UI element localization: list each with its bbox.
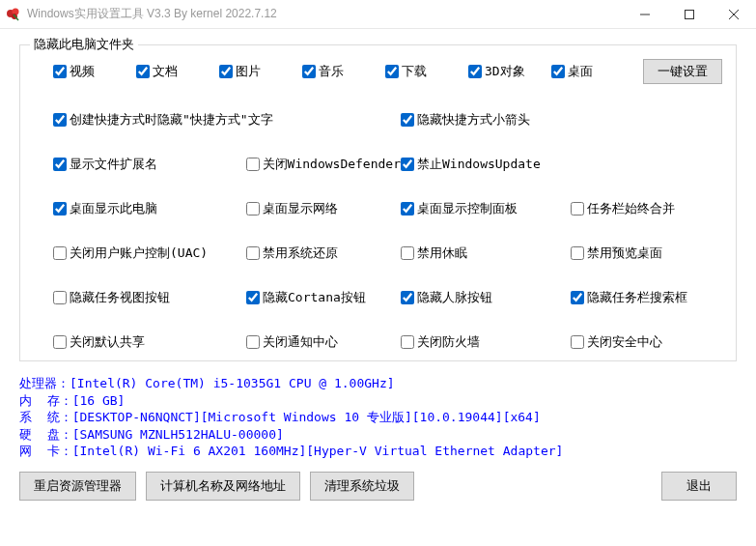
- option-checkbox[interactable]: 禁用休眠: [401, 244, 571, 262]
- option-checkbox[interactable]: 隐藏人脉按钮: [401, 289, 571, 306]
- maximize-button[interactable]: [667, 0, 712, 29]
- exit-button[interactable]: 退出: [661, 472, 737, 501]
- checkbox-input[interactable]: [246, 202, 260, 216]
- checkbox-input[interactable]: [246, 158, 260, 171]
- window-title: Windows实用设置工具 V3.3 By kernel 2022.7.12: [27, 6, 623, 22]
- checkbox-input[interactable]: [53, 291, 67, 304]
- checkbox-label: 创建快捷方式时隐藏"快捷方式"文字: [70, 111, 273, 129]
- checkbox-input[interactable]: [53, 158, 67, 171]
- option-checkbox[interactable]: 桌面显示网络: [246, 200, 401, 217]
- checkbox-label: 关闭防火墙: [417, 333, 480, 351]
- folder-checkbox[interactable]: 下载: [385, 63, 468, 80]
- option-checkbox[interactable]: 隐藏任务视图按钮: [53, 289, 246, 306]
- checkbox-label: 文档: [153, 63, 178, 80]
- minimize-button[interactable]: [623, 0, 667, 29]
- checkbox-input[interactable]: [551, 65, 565, 78]
- folder-checkbox[interactable]: 桌面: [551, 63, 634, 80]
- option-checkbox[interactable]: 隐藏任务栏搜索框: [571, 289, 725, 306]
- window-controls: [623, 0, 756, 28]
- option-checkbox[interactable]: 禁用预览桌面: [571, 244, 725, 262]
- checkbox-label: 关闭WindowsDefender: [263, 156, 401, 173]
- checkbox-input[interactable]: [401, 291, 414, 304]
- checkbox-label: 桌面显示此电脑: [70, 200, 157, 217]
- checkbox-input[interactable]: [401, 335, 414, 349]
- checkbox-input[interactable]: [468, 65, 482, 78]
- checkbox-input[interactable]: [571, 335, 584, 349]
- checkbox-label: 桌面显示网络: [263, 200, 338, 217]
- checkbox-label: 隐藏快捷方式小箭头: [417, 111, 530, 129]
- options-grid: 创建快捷方式时隐藏"快捷方式"文字隐藏快捷方式小箭头显示文件扩展名关闭Windo…: [53, 111, 722, 351]
- checkbox-input[interactable]: [53, 113, 67, 127]
- checkbox-label: 关闭安全中心: [587, 333, 662, 351]
- option-checkbox[interactable]: 桌面显示控制面板: [401, 200, 571, 217]
- checkbox-label: 图片: [236, 63, 261, 80]
- option-checkbox[interactable]: 禁用系统还原: [246, 244, 401, 262]
- checkbox-input[interactable]: [571, 202, 584, 216]
- option-checkbox[interactable]: 隐藏Cortana按钮: [246, 289, 401, 306]
- bottom-button-bar: 重启资源管理器 计算机名称及网络地址 清理系统垃圾 退出: [19, 472, 737, 501]
- checkbox-label: 关闭用户账户控制(UAC): [70, 244, 208, 262]
- option-checkbox[interactable]: 创建快捷方式时隐藏"快捷方式"文字: [53, 111, 401, 129]
- folder-checkbox[interactable]: 视频: [53, 63, 136, 80]
- checkbox-input[interactable]: [246, 335, 260, 349]
- checkbox-label: 下载: [402, 63, 427, 80]
- checkbox-label: 关闭通知中心: [263, 333, 338, 351]
- restart-explorer-button[interactable]: 重启资源管理器: [19, 472, 136, 501]
- folder-checkbox[interactable]: 3D对象: [468, 63, 551, 80]
- checkbox-input[interactable]: [53, 335, 67, 349]
- checkbox-input[interactable]: [401, 158, 414, 171]
- one-key-set-button[interactable]: 一键设置: [643, 59, 722, 84]
- content-area: 隐藏此电脑文件夹 视频文档图片音乐下载3D对象桌面一键设置 创建快捷方式时隐藏"…: [0, 29, 756, 510]
- option-checkbox[interactable]: 关闭防火墙: [401, 333, 571, 351]
- option-checkbox[interactable]: 关闭用户账户控制(UAC): [53, 244, 246, 262]
- clean-junk-button[interactable]: 清理系统垃圾: [310, 472, 414, 501]
- checkbox-input[interactable]: [401, 246, 414, 260]
- system-info: 处理器：[Intel(R) Core(TM) i5-1035G1 CPU @ 1…: [19, 375, 737, 460]
- checkbox-label: 音乐: [319, 63, 344, 80]
- checkbox-label: 禁止WindowsUpdate: [417, 156, 541, 173]
- folder-checkbox-row: 视频文档图片音乐下载3D对象桌面一键设置: [53, 59, 722, 84]
- folder-checkbox[interactable]: 音乐: [302, 63, 385, 80]
- checkbox-label: 桌面显示控制面板: [417, 200, 518, 217]
- checkbox-input[interactable]: [53, 65, 67, 78]
- checkbox-input[interactable]: [401, 113, 414, 127]
- checkbox-input[interactable]: [385, 65, 399, 78]
- svg-rect-4: [686, 11, 694, 19]
- option-checkbox[interactable]: 隐藏快捷方式小箭头: [401, 111, 725, 129]
- option-checkbox[interactable]: 关闭WindowsDefender: [246, 156, 401, 173]
- checkbox-label: 任务栏始终合并: [587, 200, 675, 217]
- checkbox-input[interactable]: [571, 291, 584, 304]
- checkbox-label: 禁用系统还原: [263, 244, 338, 262]
- option-checkbox[interactable]: 任务栏始终合并: [571, 200, 725, 217]
- checkbox-label: 桌面: [568, 63, 593, 80]
- option-checkbox[interactable]: 关闭默认共享: [53, 333, 246, 351]
- checkbox-input[interactable]: [571, 246, 584, 260]
- hide-folders-group: 隐藏此电脑文件夹 视频文档图片音乐下载3D对象桌面一键设置 创建快捷方式时隐藏"…: [19, 44, 737, 361]
- option-checkbox[interactable]: 禁止WindowsUpdate: [401, 156, 725, 173]
- computer-name-button[interactable]: 计算机名称及网络地址: [146, 472, 300, 501]
- checkbox-input[interactable]: [401, 202, 414, 216]
- checkbox-label: 隐藏人脉按钮: [417, 289, 492, 306]
- checkbox-label: 隐藏Cortana按钮: [263, 289, 366, 306]
- checkbox-input[interactable]: [246, 246, 260, 260]
- checkbox-label: 视频: [70, 63, 95, 80]
- folder-checkbox[interactable]: 图片: [219, 63, 302, 80]
- group-title: 隐藏此电脑文件夹: [30, 36, 138, 53]
- checkbox-input[interactable]: [53, 202, 67, 216]
- option-checkbox[interactable]: 关闭安全中心: [571, 333, 725, 351]
- checkbox-input[interactable]: [302, 65, 316, 78]
- checkbox-input[interactable]: [136, 65, 150, 78]
- app-icon: [6, 7, 21, 22]
- spacer: [424, 472, 652, 501]
- checkbox-label: 隐藏任务视图按钮: [70, 289, 170, 306]
- option-checkbox[interactable]: 关闭通知中心: [246, 333, 401, 351]
- option-checkbox[interactable]: 桌面显示此电脑: [53, 200, 246, 217]
- checkbox-input[interactable]: [53, 246, 67, 260]
- close-button[interactable]: [712, 0, 756, 29]
- checkbox-input[interactable]: [219, 65, 233, 78]
- checkbox-label: 隐藏任务栏搜索框: [587, 289, 687, 306]
- checkbox-input[interactable]: [246, 291, 260, 304]
- checkbox-label: 显示文件扩展名: [70, 156, 157, 173]
- folder-checkbox[interactable]: 文档: [136, 63, 219, 80]
- option-checkbox[interactable]: 显示文件扩展名: [53, 156, 246, 173]
